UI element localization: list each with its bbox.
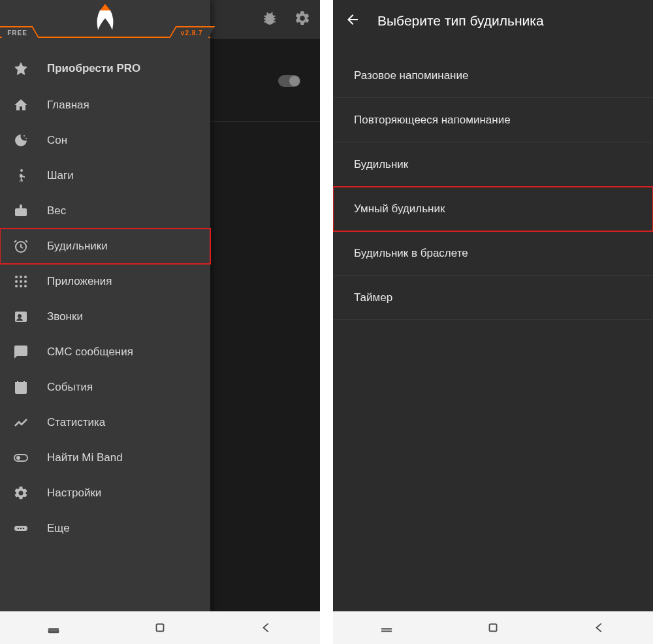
back-key[interactable] [257, 618, 276, 637]
drawer-item-label: Звонки [47, 310, 83, 323]
drawer-item-weight[interactable]: Вес [0, 193, 210, 229]
star-icon [13, 61, 29, 76]
app-logo [89, 4, 121, 33]
drawer-item-label: Найти Mi Band [47, 451, 123, 464]
alarm-type-label: Разовое напоминание [354, 69, 468, 82]
system-nav-bar [333, 611, 653, 644]
drawer-item-label: События [47, 381, 93, 394]
contact-icon [13, 309, 29, 325]
bug-icon[interactable] [261, 10, 278, 29]
drawer-item-moon[interactable]: Сон [0, 123, 210, 158]
alarm-type-label: Будильник [354, 158, 408, 171]
page-title: Выберите тип будильника [377, 13, 544, 29]
calendar-icon [13, 379, 29, 395]
drawer-item-walk[interactable]: Шаги [0, 158, 210, 193]
toggle-icon [13, 450, 29, 466]
alarm-type-item[interactable]: Разовое напоминание [333, 54, 653, 98]
drawer-item-toggle[interactable]: Найти Mi Band [0, 440, 210, 475]
left-screenshot: FREE v2.8.7 Приобрести PROГлавнаяСонШаги… [0, 0, 320, 644]
alarm-type-label: Таймер [354, 291, 392, 304]
svg-marker-0 [100, 4, 110, 10]
header: Выберите тип будильника [333, 0, 653, 42]
alarm-type-list: Разовое напоминаниеПовторяющееся напомин… [333, 54, 653, 320]
recent-apps-key[interactable] [44, 618, 63, 637]
walk-icon [13, 168, 29, 184]
apps-icon [13, 274, 29, 289]
navigation-drawer: FREE v2.8.7 Приобрести PROГлавнаяСонШаги… [0, 0, 210, 611]
back-arrow-icon[interactable] [345, 12, 360, 30]
drawer-item-label: Настройки [47, 487, 101, 500]
drawer-item-calendar[interactable]: События [0, 370, 210, 405]
moon-icon [13, 133, 29, 148]
drawer-item-label: Статистика [47, 416, 105, 429]
drawer-item-label: СМС сообщения [47, 346, 133, 359]
recent-apps-key[interactable] [377, 618, 396, 637]
home-key[interactable] [150, 618, 170, 637]
version-badge: v2.8.7 [169, 26, 215, 38]
drawer-item-label: Будильники [47, 240, 108, 253]
drawer-item-label: Еще [47, 522, 70, 535]
chart-icon [13, 415, 29, 430]
more-icon [13, 521, 29, 536]
drawer-item-sms[interactable]: СМС сообщения [0, 334, 210, 370]
home-key[interactable] [483, 618, 503, 637]
drawer-item-label: Шаги [47, 169, 74, 182]
drawer-item-label: Приложения [47, 275, 112, 288]
drawer-item-label: Сон [47, 134, 67, 147]
gear-icon[interactable] [294, 10, 311, 29]
svg-rect-3 [156, 624, 163, 632]
free-badge: FREE [0, 26, 39, 38]
alarm-type-label: Будильник в браслете [354, 247, 468, 260]
gear-icon [13, 485, 29, 501]
alarm-type-item[interactable]: Таймер [333, 276, 653, 320]
drawer-header: FREE v2.8.7 [0, 0, 210, 38]
alarm-icon [13, 238, 29, 254]
drawer-item-star[interactable]: Приобрести PRO [0, 50, 210, 88]
alarm-type-item[interactable]: Повторяющееся напоминание [333, 98, 653, 142]
drawer-item-label: Главная [47, 99, 89, 112]
drawer-item-more[interactable]: Еще [0, 511, 210, 546]
alarm-type-label: Умный будильник [354, 202, 445, 216]
alarm-type-label: Повторяющееся напоминание [354, 114, 511, 127]
system-nav-bar [0, 611, 320, 644]
drawer-item-label: Приобрести PRO [47, 62, 140, 75]
home-icon [13, 97, 29, 113]
drawer-item-contact[interactable]: Звонки [0, 299, 210, 334]
back-key[interactable] [590, 618, 609, 637]
drawer-item-alarm[interactable]: Будильники [0, 229, 210, 264]
toggle-switch[interactable] [278, 75, 300, 87]
alarm-type-item[interactable]: Будильник [333, 142, 653, 187]
weight-icon [13, 203, 29, 219]
drawer-menu: Приобрести PROГлавнаяСонШагиВесБудильник… [0, 38, 210, 546]
right-screenshot: Выберите тип будильника Разовое напомина… [333, 0, 653, 644]
drawer-item-label: Вес [47, 204, 66, 217]
drawer-item-apps[interactable]: Приложения [0, 264, 210, 299]
sms-icon [13, 344, 29, 360]
drawer-item-gear[interactable]: Настройки [0, 475, 210, 511]
svg-rect-4 [489, 624, 496, 632]
alarm-type-item[interactable]: Будильник в браслете [333, 231, 653, 276]
alarm-type-item[interactable]: Умный будильник [333, 187, 653, 231]
drawer-item-home[interactable]: Главная [0, 88, 210, 123]
drawer-item-chart[interactable]: Статистика [0, 405, 210, 440]
